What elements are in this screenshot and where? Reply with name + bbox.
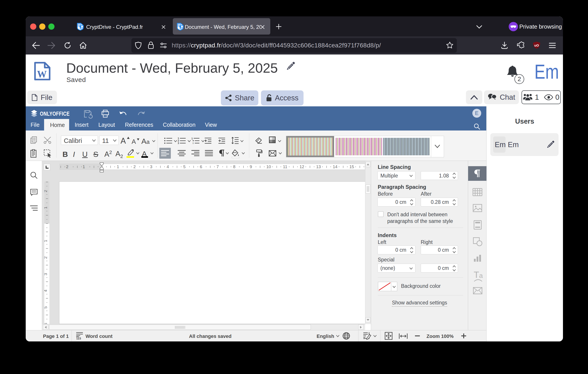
svg-text:3: 3 xyxy=(178,142,179,145)
svg-text:i: i xyxy=(193,142,193,145)
svg-text:W: W xyxy=(37,69,47,80)
svg-text:1: 1 xyxy=(191,137,193,140)
svg-text:uO: uO xyxy=(534,43,539,47)
svg-text:123: 123 xyxy=(76,337,81,340)
